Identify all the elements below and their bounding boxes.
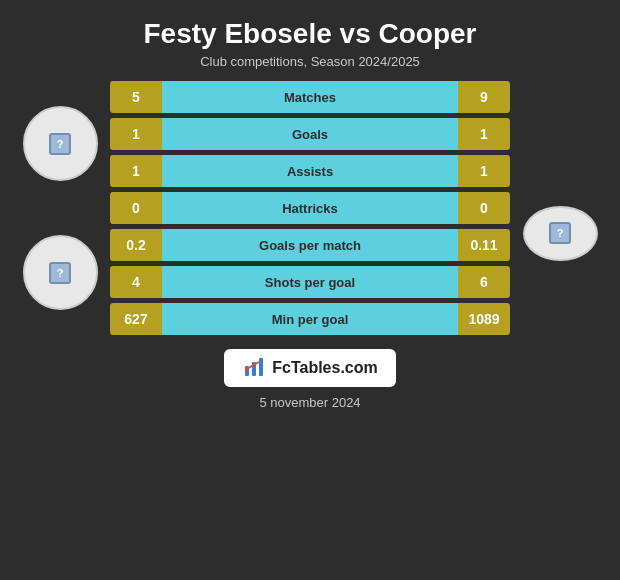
stat-right-6: 1089 — [458, 303, 510, 335]
stat-left-1: 1 — [110, 118, 162, 150]
stat-left-4: 0.2 — [110, 229, 162, 261]
logo-area: FcTables.com — [224, 349, 396, 387]
title: Festy Ebosele vs Cooper — [143, 18, 476, 50]
date: 5 november 2024 — [259, 395, 360, 410]
right-avatar-1: ? — [523, 206, 598, 261]
stat-right-3: 0 — [458, 192, 510, 224]
stat-right-2: 1 — [458, 155, 510, 187]
stat-row: 1Goals1 — [110, 118, 510, 150]
stat-label-3: Hattricks — [162, 192, 458, 224]
stat-left-6: 627 — [110, 303, 162, 335]
stat-row: 627Min per goal1089 — [110, 303, 510, 335]
stat-label-1: Goals — [162, 118, 458, 150]
stat-right-5: 6 — [458, 266, 510, 298]
stat-label-5: Shots per goal — [162, 266, 458, 298]
subtitle: Club competitions, Season 2024/2025 — [200, 54, 420, 69]
logo-text: FcTables.com — [272, 359, 378, 377]
stat-left-0: 5 — [110, 81, 162, 113]
left-avatar-2-placeholder: ? — [49, 262, 71, 284]
stat-left-5: 4 — [110, 266, 162, 298]
stat-row: 1Assists1 — [110, 155, 510, 187]
svg-rect-2 — [259, 358, 263, 376]
stat-label-0: Matches — [162, 81, 458, 113]
stat-left-3: 0 — [110, 192, 162, 224]
stat-left-2: 1 — [110, 155, 162, 187]
stats-container: 5Matches91Goals11Assists10Hattricks00.2G… — [110, 81, 510, 335]
stat-right-4: 0.11 — [458, 229, 510, 261]
stat-label-6: Min per goal — [162, 303, 458, 335]
left-avatar-1: ? — [23, 106, 98, 181]
stat-label-4: Goals per match — [162, 229, 458, 261]
right-avatars: ? — [510, 156, 620, 261]
left-avatars: ? ? — [0, 106, 110, 310]
stat-row: 5Matches9 — [110, 81, 510, 113]
stat-label-2: Assists — [162, 155, 458, 187]
stat-right-1: 1 — [458, 118, 510, 150]
stat-row: 0Hattricks0 — [110, 192, 510, 224]
stat-right-0: 9 — [458, 81, 510, 113]
stat-row: 0.2Goals per match0.11 — [110, 229, 510, 261]
stat-row: 4Shots per goal6 — [110, 266, 510, 298]
right-avatar-1-placeholder: ? — [549, 222, 571, 244]
left-avatar-1-placeholder: ? — [49, 133, 71, 155]
logo-icon — [242, 356, 266, 380]
left-avatar-2: ? — [23, 235, 98, 310]
